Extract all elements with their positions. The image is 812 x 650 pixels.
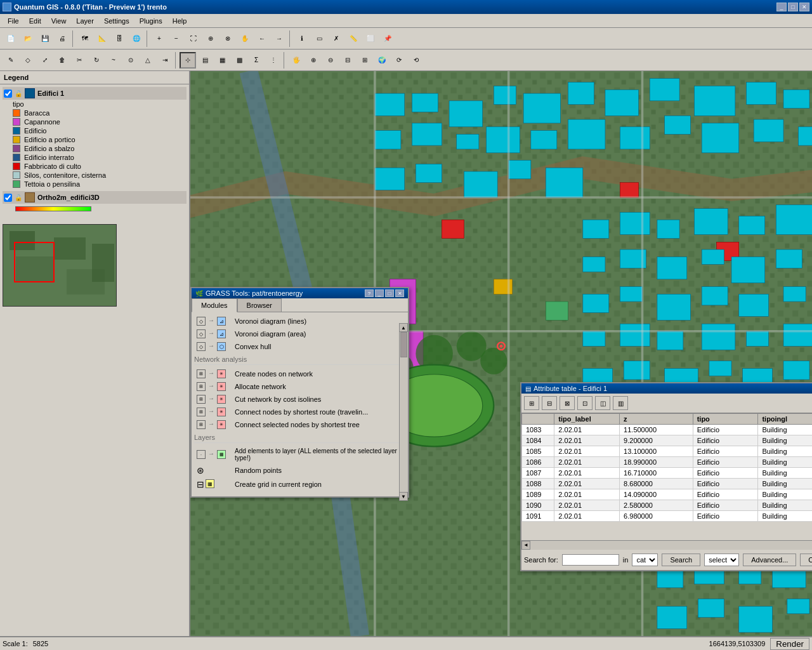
grass-item-connect-selected[interactable]: ⊞ → ✳ Connect selected nodes by shortest… (194, 418, 405, 431)
zoom-select-btn[interactable]: ⊗ (219, 30, 236, 47)
attr-table-title-bar[interactable]: ▤ Attribute table - Edifici 1 ? _ □ ✕ (521, 383, 812, 394)
node-btn[interactable]: ◇ (20, 52, 36, 69)
legend-group-header-edifici[interactable]: 🔓 Edifici 1 (3, 87, 187, 100)
grass-help-btn[interactable]: ? (365, 289, 374, 297)
refresh2-btn[interactable]: ⟲ (408, 52, 424, 69)
grass-item-voronoi-area[interactable]: ◇ → ⊿ Voronoi diagram (area) (194, 328, 405, 340)
rotate-btn[interactable]: ↻ (88, 52, 105, 69)
col-header-id[interactable] (522, 414, 554, 425)
search-button[interactable]: Search (662, 554, 700, 566)
table-row[interactable]: 1088 2.02.01 8.680000 Edificio Building … (522, 479, 813, 489)
minimize-btn[interactable]: _ (776, 3, 787, 11)
edit-btn[interactable]: ✎ (3, 52, 19, 69)
annotation-btn[interactable]: 📌 (379, 30, 396, 47)
layer-visible-edifici[interactable] (4, 90, 12, 98)
grass-close-btn[interactable]: ✕ (395, 289, 404, 297)
reshape-btn[interactable]: △ (140, 52, 156, 69)
zoom-next-btn[interactable]: → (271, 30, 287, 47)
add-db-btn[interactable]: 🗄 (111, 30, 128, 47)
grass-item-add-elements[interactable]: · → ▦ Add elements to layer (ALL element… (194, 446, 405, 463)
chart-btn[interactable]: ▩ (231, 52, 247, 69)
table-row[interactable]: 1090 2.02.01 2.580000 Edificio Building … (522, 500, 813, 511)
menu-settings[interactable]: Settings (99, 16, 134, 26)
zoom-last-btn[interactable]: ← (254, 30, 270, 47)
grass-item-cut-network[interactable]: ⊞ → ✳ Cut network by cost isolines (194, 393, 405, 406)
maximize-btn[interactable]: □ (788, 3, 798, 11)
zoom-next2-btn[interactable]: ⊞ (357, 52, 373, 69)
table-row[interactable]: 1091 2.02.01 6.980000 Edificio Building … (522, 511, 813, 522)
menu-file[interactable]: File (3, 16, 24, 26)
zoom-layer-btn[interactable]: ⊕ (202, 30, 219, 47)
table-row[interactable]: 1089 2.02.01 14.090000 Edificio Building… (522, 489, 813, 500)
grass-tab-modules[interactable]: Modules (192, 298, 237, 312)
rings-btn[interactable]: ⊙ (122, 52, 139, 69)
grass-item-random-points[interactable]: ⊛ Random points (194, 463, 405, 477)
col-header-tipo-label[interactable]: tipo_label (554, 414, 620, 425)
zoom-in2-btn[interactable]: ⊕ (305, 52, 322, 69)
select-btn[interactable]: ▭ (311, 30, 327, 47)
new-project-btn[interactable]: 📄 (3, 30, 19, 47)
grass-item-voronoi-lines[interactable]: ◇ → ⊿ Voronoi diagram (lines) (194, 315, 405, 328)
add-vector-btn[interactable]: 📐 (94, 30, 110, 47)
attr-btn-2[interactable]: ⊟ (542, 396, 557, 410)
deselect-btn[interactable]: ✗ (328, 30, 344, 47)
grass-item-allocate[interactable]: ⊞ → ✳ Allocate network (194, 380, 405, 393)
menu-plugins[interactable]: Plugins (134, 16, 167, 26)
delete-btn[interactable]: 🗑 (54, 52, 70, 69)
grass-item-grid[interactable]: ⊟ ▦ Create grid in current region (194, 477, 405, 491)
print-btn[interactable]: 🖨 (54, 30, 70, 47)
grass-scroll-thumb[interactable] (400, 332, 407, 357)
stats-btn[interactable]: ▦ (214, 52, 230, 69)
table-btn[interactable]: ▤ (197, 52, 213, 69)
grass-tab-browser[interactable]: Browser (237, 298, 282, 312)
search-field-select[interactable]: cat (632, 554, 658, 566)
zoom-full-btn[interactable]: ⛶ (185, 30, 202, 47)
table-row[interactable]: 1087 2.02.01 16.710000 Edificio Building… (522, 468, 813, 479)
table-row[interactable]: 1086 2.02.01 18.990000 Edificio Building… (522, 457, 813, 468)
map-canvas[interactable]: 🌿 GRASS Tools: pat/trentoenergy ? _ □ ✕ … (190, 71, 812, 636)
table-row[interactable]: 1083 2.02.01 11.500000 Edificio Building… (522, 425, 813, 435)
col-header-tipoingl[interactable]: tipoingl (758, 414, 812, 425)
zoom-out2-btn[interactable]: ⊖ (322, 52, 339, 69)
select-cursor-btn[interactable]: ⊹ (180, 52, 196, 69)
refresh-btn[interactable]: ⟳ (391, 52, 407, 69)
pan2-btn[interactable]: 🖐 (288, 52, 304, 69)
table-row[interactable]: 1084 2.02.01 9.200000 Edificio Building … (522, 435, 813, 446)
render-btn[interactable]: Render (770, 638, 809, 650)
layer-lock-icon[interactable]: 🔓 (15, 90, 22, 97)
open-project-btn[interactable]: 📂 (20, 30, 36, 47)
close-btn[interactable]: ✕ (799, 3, 809, 11)
zoom-out-btn[interactable]: − (168, 30, 185, 47)
save-project-btn[interactable]: 💾 (37, 30, 53, 47)
pan-btn[interactable]: ✋ (237, 30, 253, 47)
grass-maximize-btn[interactable]: □ (385, 289, 394, 297)
zoom-last2-btn[interactable]: ⊟ (339, 52, 356, 69)
col-header-z[interactable]: z (620, 414, 693, 425)
search-action-select[interactable]: select (704, 554, 739, 566)
col-header-tipo[interactable]: tipo (693, 414, 758, 425)
add-raster-btn[interactable]: 🗺 (77, 30, 93, 47)
zoom-in-btn[interactable]: + (151, 30, 167, 47)
advanced-button[interactable]: Advanced... (743, 554, 796, 566)
grass-item-create-nodes[interactable]: ⊞ → ✳ Create nodes on network (194, 368, 405, 380)
identify-btn[interactable]: ℹ (294, 30, 310, 47)
layer-lock-icon2[interactable]: 🔓 (15, 194, 22, 201)
menu-layer[interactable]: Layer (71, 16, 99, 26)
close-button[interactable]: Close (800, 554, 812, 566)
snap-btn[interactable]: ⋮ (265, 52, 282, 69)
search-input[interactable] (562, 554, 619, 566)
menu-edit[interactable]: Edit (24, 16, 46, 26)
menu-view[interactable]: View (46, 16, 72, 26)
world-btn[interactable]: 🌍 (374, 52, 390, 69)
grass-item-connect-shortest[interactable]: ⊞ → ✳ Connect nodes by shortest route (t… (194, 406, 405, 418)
grass-scroll-up[interactable]: ▲ (399, 323, 408, 332)
attr-btn-1[interactable]: ⊞ (524, 396, 539, 410)
move-btn[interactable]: ⤢ (37, 52, 53, 69)
menu-help[interactable]: Help (167, 16, 192, 26)
table-row[interactable]: 1085 2.02.01 13.100000 Edificio Building… (522, 446, 813, 457)
cut-btn[interactable]: ✂ (71, 52, 88, 69)
grass-scroll-down[interactable]: ▼ (399, 492, 408, 501)
layer-visible-ortho[interactable] (4, 194, 12, 202)
offset-btn[interactable]: ⇥ (157, 52, 173, 69)
grass-item-convex-hull[interactable]: ◇ → ⬡ Convex hull (194, 340, 405, 353)
